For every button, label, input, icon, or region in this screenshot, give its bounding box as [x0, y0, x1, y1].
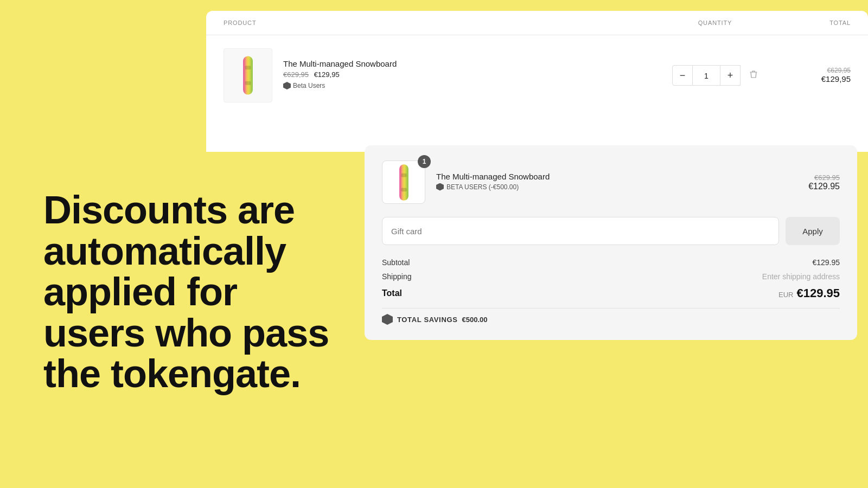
shipping-label: Shipping: [382, 272, 412, 281]
column-product: PRODUCT: [224, 20, 661, 26]
headline-line3: applied for: [43, 270, 237, 313]
cart-panel: PRODUCT QUANTITY TOTAL The Mu: [206, 11, 868, 152]
headline: Discounts are automatically applied for …: [43, 190, 347, 395]
item-count-badge: 1: [418, 155, 431, 168]
total-row: Total EUR €129.95: [382, 286, 840, 300]
savings-label: TOTAL SAVINGS: [397, 316, 458, 324]
shipping-value: Enter shipping address: [762, 272, 840, 281]
summary-product-prices: €629.95 €129.95: [808, 174, 840, 191]
subtotal-row: Subtotal €129.95: [382, 258, 840, 267]
product-image: [224, 48, 272, 102]
summary-thumbnail: [382, 160, 425, 204]
summary-discount-tag: BETA USERS (-€500.00): [436, 183, 519, 191]
discount-tag-label: BETA USERS (-€500.00): [446, 183, 519, 191]
product-name: The Multi-managed Snowboard: [283, 59, 661, 68]
cart-item-total: €629,95 €129,95: [769, 67, 851, 84]
total-value-wrap: EUR €129.95: [778, 286, 840, 300]
summary-product-name: The Multi-managed Snowboard: [436, 172, 808, 181]
headline-line5: the tokengate.: [43, 352, 301, 395]
summary-original-price: €629.95: [808, 174, 840, 182]
apply-button[interactable]: Apply: [786, 217, 840, 245]
delete-item-button[interactable]: [749, 70, 758, 81]
quantity-value: 1: [693, 65, 720, 86]
shipping-row: Shipping Enter shipping address: [382, 272, 840, 281]
product-badge: Beta Users: [283, 82, 325, 89]
savings-icon: [382, 314, 393, 325]
savings-row: TOTAL SAVINGS €500.00: [382, 308, 840, 325]
headline-line1: Discounts are: [43, 188, 295, 232]
cart-item-info: The Multi-managed Snowboard €629,95 €129…: [283, 59, 661, 92]
summary-sale-price: €129.95: [808, 182, 840, 191]
savings-amount: €500.00: [462, 316, 488, 324]
discount-tag-icon: [436, 183, 444, 191]
quantity-increase-button[interactable]: +: [720, 65, 741, 86]
summary-panel: 1 The Multi-managed Snowboard BETA USERS…: [365, 145, 857, 340]
quantity-control: − 1 +: [661, 65, 769, 86]
badge-label: Beta Users: [293, 82, 325, 89]
total-sale-price: €129,95: [821, 74, 851, 84]
column-quantity: QUANTITY: [661, 20, 769, 26]
cart-header: PRODUCT QUANTITY TOTAL: [206, 11, 868, 35]
sale-price: €129,95: [314, 70, 340, 79]
total-amount: €129.95: [796, 286, 840, 300]
headline-line2: automatically: [43, 229, 286, 273]
column-total: TOTAL: [769, 20, 851, 26]
summary-thumb-wrap: 1: [382, 160, 425, 204]
headline-line4: users who pass: [43, 311, 329, 355]
total-label: Total: [382, 288, 402, 298]
summary-product-info: The Multi-managed Snowboard BETA USERS (…: [436, 172, 808, 193]
summary-product-row: 1 The Multi-managed Snowboard BETA USERS…: [382, 160, 840, 204]
gift-card-row: Apply: [382, 217, 840, 245]
badge-icon: [283, 82, 291, 89]
total-currency: EUR: [778, 291, 793, 299]
subtotal-label: Subtotal: [382, 258, 410, 267]
total-original-price: €629,95: [769, 67, 851, 74]
subtotal-value: €129.95: [812, 258, 840, 267]
product-prices: €629,95 €129,95: [283, 70, 661, 79]
original-price: €629,95: [283, 70, 309, 79]
cart-item: The Multi-managed Snowboard €629,95 €129…: [206, 35, 868, 115]
quantity-decrease-button[interactable]: −: [672, 65, 693, 86]
gift-card-input[interactable]: [382, 217, 779, 245]
